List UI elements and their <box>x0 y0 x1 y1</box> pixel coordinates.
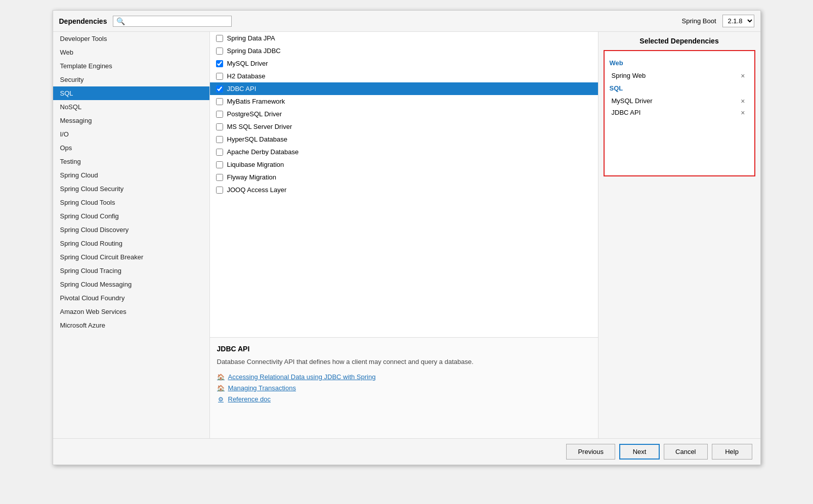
dependency-label: JOOQ Access Layer <box>227 186 287 194</box>
category-item[interactable]: Spring Cloud Tools <box>53 196 209 209</box>
dependency-checkbox[interactable] <box>216 136 223 143</box>
category-item[interactable]: NoSQL <box>53 100 209 114</box>
search-wrap[interactable]: 🔍 <box>113 16 232 27</box>
category-item[interactable]: Microsoft Azure <box>53 318 209 332</box>
category-item[interactable]: Template Engines <box>53 59 209 73</box>
selected-dep-item: JDBC API× <box>610 107 749 118</box>
selected-panel-title: Selected Dependencies <box>604 37 755 45</box>
search-icon: 🔍 <box>116 17 125 25</box>
dependency-label: JDBC API <box>227 85 256 93</box>
dep-link-label: Managing Transactions <box>228 384 296 392</box>
dependency-checkbox[interactable] <box>216 111 223 118</box>
dependency-label: PostgreSQL Driver <box>227 110 282 118</box>
dependency-item[interactable]: PostgreSQL Driver <box>210 108 598 120</box>
selected-category-title: SQL <box>610 84 749 92</box>
remove-dep-button[interactable]: × <box>739 109 747 116</box>
dep-title: JDBC API <box>217 345 591 353</box>
previous-button[interactable]: Previous <box>566 444 615 460</box>
selected-panel: Selected Dependencies WebSpring Web×SQLM… <box>598 32 760 438</box>
footer: Previous Next Cancel Help <box>53 438 760 465</box>
dependency-item[interactable]: MS SQL Server Driver <box>210 120 598 133</box>
dependency-item[interactable]: JOOQ Access Layer <box>210 184 598 196</box>
dependency-item[interactable]: Flyway Migration <box>210 171 598 184</box>
selected-dep-name: MySQL Driver <box>612 97 739 105</box>
selected-dep-name: Spring Web <box>612 72 739 79</box>
dependency-checkbox[interactable] <box>216 60 223 67</box>
dependency-checkbox[interactable] <box>216 85 223 93</box>
dependency-item[interactable]: H2 Database <box>210 70 598 82</box>
category-item[interactable]: Spring Cloud Tracing <box>53 264 209 278</box>
category-item[interactable]: Amazon Web Services <box>53 305 209 318</box>
category-item[interactable]: Pivotal Cloud Foundry <box>53 291 209 305</box>
dependency-checkbox[interactable] <box>216 73 223 80</box>
category-item[interactable]: Spring Cloud Discovery <box>53 223 209 237</box>
dependency-label: MyBatis Framework <box>227 98 285 105</box>
selected-dep-item: Spring Web× <box>610 70 749 81</box>
dependency-description: JDBC API Database Connectivity API that … <box>210 337 598 438</box>
house-icon: 🏠 <box>217 373 225 381</box>
category-item[interactable]: Spring Cloud Messaging <box>53 278 209 291</box>
house-icon: 🏠 <box>217 384 225 392</box>
next-button[interactable]: Next <box>619 444 660 460</box>
dependency-label: Liquibase Migration <box>227 161 284 168</box>
category-item[interactable]: Spring Cloud <box>53 168 209 182</box>
remove-dep-button[interactable]: × <box>739 98 747 105</box>
dependency-item[interactable]: MyBatis Framework <box>210 95 598 108</box>
dependency-label: MySQL Driver <box>227 60 268 67</box>
dependency-label: Spring Data JPA <box>227 34 275 42</box>
dependency-checkbox[interactable] <box>216 174 223 181</box>
dep-desc: Database Connectivity API that defines h… <box>217 357 591 367</box>
dependency-item[interactable]: Liquibase Migration <box>210 158 598 171</box>
category-item[interactable]: Spring Cloud Config <box>53 209 209 223</box>
dependency-checkbox[interactable] <box>216 48 223 55</box>
dependency-label: H2 Database <box>227 72 266 80</box>
selected-dep-item: MySQL Driver× <box>610 95 749 107</box>
category-item[interactable]: I/O <box>53 127 209 141</box>
category-item[interactable]: Messaging <box>53 114 209 127</box>
category-item[interactable]: Testing <box>53 155 209 168</box>
category-item[interactable]: Spring Cloud Security <box>53 182 209 196</box>
dependency-item[interactable]: JDBC API <box>210 82 598 95</box>
dependency-item[interactable]: Apache Derby Database <box>210 146 598 158</box>
dependency-label: Spring Data JDBC <box>227 47 281 55</box>
category-item[interactable]: Security <box>53 73 209 86</box>
dep-link[interactable]: ⚙Reference doc <box>217 395 591 403</box>
dep-link[interactable]: 🏠Accessing Relational Data using JDBC wi… <box>217 373 591 381</box>
dependency-checkbox[interactable] <box>216 149 223 156</box>
dependency-checkbox[interactable] <box>216 35 223 42</box>
category-item[interactable]: SQL <box>53 86 209 100</box>
dependency-label: HyperSQL Database <box>227 135 287 143</box>
dependency-item[interactable]: Spring Data JPA <box>210 32 598 44</box>
category-item[interactable]: Spring Cloud Routing <box>53 237 209 250</box>
dependency-checkbox[interactable] <box>216 187 223 194</box>
dependency-list: Spring Data JPASpring Data JDBCMySQL Dri… <box>210 32 598 337</box>
category-list: Developer ToolsWebTemplate EnginesSecuri… <box>53 32 210 438</box>
selected-category-title: Web <box>610 59 749 67</box>
spring-boot-label: Spring Boot <box>682 17 716 25</box>
category-item[interactable]: Developer Tools <box>53 32 209 45</box>
gear-icon: ⚙ <box>217 395 225 403</box>
dependency-item[interactable]: HyperSQL Database <box>210 133 598 146</box>
main-content: Developer ToolsWebTemplate EnginesSecuri… <box>53 32 760 438</box>
dependency-label: MS SQL Server Driver <box>227 123 292 130</box>
category-item[interactable]: Spring Cloud Circuit Breaker <box>53 250 209 264</box>
selected-dep-name: JDBC API <box>612 109 739 116</box>
search-input[interactable] <box>127 17 228 25</box>
help-button[interactable]: Help <box>712 444 752 460</box>
remove-dep-button[interactable]: × <box>739 72 747 79</box>
dependencies-title: Dependencies <box>59 17 107 25</box>
cancel-button[interactable]: Cancel <box>664 444 707 460</box>
dependency-item[interactable]: MySQL Driver <box>210 57 598 70</box>
dep-link-label: Reference doc <box>228 395 271 403</box>
dependency-checkbox[interactable] <box>216 123 223 130</box>
dependency-panel: Spring Data JPASpring Data JDBCMySQL Dri… <box>210 32 598 438</box>
dep-link[interactable]: 🏠Managing Transactions <box>217 384 591 392</box>
category-item[interactable]: Ops <box>53 141 209 155</box>
dependency-checkbox[interactable] <box>216 98 223 105</box>
spring-boot-version-select[interactable]: 2.1.8 <box>722 15 754 27</box>
dependency-item[interactable]: Spring Data JDBC <box>210 44 598 57</box>
dependency-checkbox[interactable] <box>216 161 223 168</box>
selected-dependencies-border: WebSpring Web×SQLMySQL Driver×JDBC API× <box>604 50 755 176</box>
category-item[interactable]: Web <box>53 45 209 59</box>
dependency-label: Apache Derby Database <box>227 148 299 156</box>
